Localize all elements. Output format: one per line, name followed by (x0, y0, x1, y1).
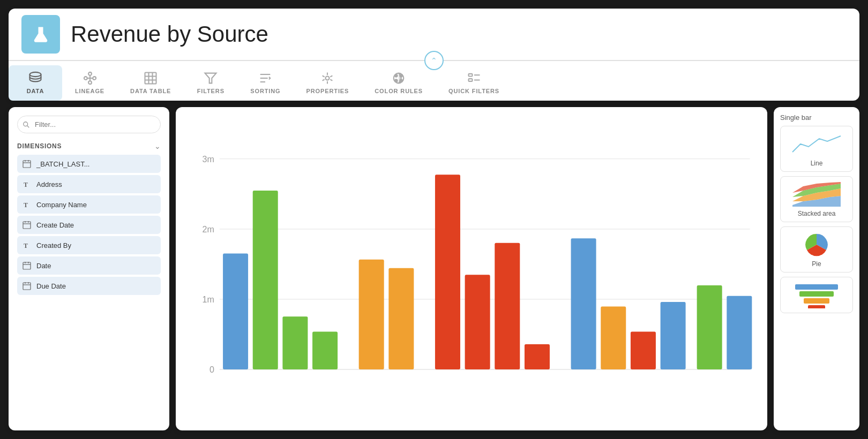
svg-rect-34 (23, 161, 31, 168)
svg-rect-61 (223, 254, 248, 370)
dim-address-label: Address (36, 180, 62, 188)
calendar-icon (23, 261, 31, 270)
dim-item-due-date[interactable]: Due Date (17, 277, 161, 295)
svg-point-0 (30, 72, 41, 77)
svg-point-1 (84, 77, 87, 80)
single-bar-label: Single bar (780, 113, 812, 122)
svg-rect-40 (23, 222, 31, 229)
svg-rect-49 (23, 283, 31, 290)
tab-quick-filters[interactable]: QUICK FILTERS (436, 65, 512, 101)
search-icon (23, 121, 30, 128)
svg-rect-72 (601, 307, 626, 370)
svg-point-4 (88, 81, 92, 84)
svg-point-3 (93, 77, 96, 80)
tab-data[interactable]: DATA (9, 65, 62, 101)
svg-text:3m: 3m (203, 154, 214, 164)
svg-text:1m: 1m (203, 294, 214, 304)
text-icon: T (23, 180, 31, 188)
svg-rect-70 (525, 344, 550, 369)
text-icon: T (23, 200, 31, 209)
chart-area: 3m 2m 1m 0 (176, 107, 767, 430)
text-icon: T (23, 241, 31, 249)
svg-rect-75 (697, 285, 722, 369)
page-title: Revenue by Source (71, 21, 268, 47)
svg-text:2m: 2m (203, 224, 214, 234)
pie-chart-thumbnail (790, 231, 843, 258)
dimensions-label: DIMENSIONS (17, 142, 62, 150)
svg-rect-63 (282, 316, 308, 369)
dim-item-created-by[interactable]: T Created By (17, 236, 161, 254)
dim-item-date[interactable]: Date (17, 256, 161, 275)
svg-point-27 (395, 79, 398, 82)
svg-rect-76 (727, 296, 752, 369)
svg-point-24 (395, 74, 398, 77)
svg-rect-64 (312, 332, 338, 370)
svg-rect-84 (804, 298, 829, 304)
chart-type-line[interactable]: Line (780, 126, 853, 172)
svg-rect-71 (571, 238, 596, 369)
svg-point-16 (326, 77, 330, 80)
flask-icon (31, 25, 50, 44)
svg-rect-69 (495, 243, 520, 369)
svg-rect-29 (468, 79, 472, 81)
svg-rect-66 (388, 268, 414, 369)
svg-rect-65 (359, 260, 384, 369)
bar-chart: 3m 2m 1m 0 (186, 118, 757, 425)
filter-input[interactable] (17, 116, 161, 133)
tab-color-rules-label: COLOR RULES (375, 88, 423, 94)
svg-point-32 (24, 122, 28, 126)
calendar-icon (23, 221, 31, 229)
calendar-icon (23, 160, 31, 168)
tab-color-rules[interactable]: COLOR RULES (362, 65, 436, 101)
svg-line-19 (323, 75, 325, 77)
filter-wrap (17, 116, 161, 133)
svg-line-20 (331, 79, 333, 80)
dim-item-create-date[interactable]: Create Date (17, 216, 161, 234)
left-panel: DIMENSIONS ⌄ _BATCH_LAST... T Address T … (9, 107, 169, 430)
chart-type-stacked-area[interactable]: Stacked area (780, 176, 853, 222)
svg-rect-62 (253, 191, 278, 369)
svg-rect-85 (808, 305, 825, 308)
svg-text:0: 0 (209, 365, 214, 374)
funnel-thumbnail (790, 282, 843, 308)
svg-text:T: T (24, 181, 28, 188)
svg-rect-82 (795, 284, 838, 290)
dim-batch-label: _BATCH_LAST... (36, 160, 89, 168)
svg-point-25 (400, 74, 402, 77)
main-content: DIMENSIONS ⌄ _BATCH_LAST... T Address T … (9, 107, 859, 430)
svg-point-2 (88, 72, 92, 75)
chart-type-pie[interactable]: Pie (780, 226, 853, 273)
dimensions-section-header: DIMENSIONS ⌄ (17, 142, 161, 150)
tab-properties-label: PROPERTIES (306, 88, 349, 94)
dim-company-name-label: Company Name (36, 201, 87, 209)
svg-rect-68 (465, 275, 490, 369)
right-panel: Single bar Line Stacked area (774, 107, 859, 430)
dim-item-address[interactable]: T Address (17, 175, 161, 193)
tab-sorting-label: SORTING (250, 88, 280, 94)
collapse-button[interactable]: ⌃ (424, 51, 444, 70)
dim-item-batch[interactable]: _BATCH_LAST... (17, 155, 161, 173)
tab-properties[interactable]: PROPERTIES (294, 65, 362, 101)
tab-lineage[interactable]: LINEAGE (62, 65, 117, 101)
calendar-icon (23, 282, 31, 290)
svg-text:T: T (24, 201, 28, 209)
tab-sorting[interactable]: SORTING (237, 65, 293, 101)
svg-rect-28 (468, 74, 472, 77)
tab-filters[interactable]: FILTERS (184, 65, 237, 101)
header-icon-box (21, 15, 60, 54)
tab-data-table-label: DATA TABLE (130, 88, 171, 94)
svg-rect-45 (23, 262, 31, 269)
tab-data-table[interactable]: DATA TABLE (117, 65, 184, 101)
svg-rect-7 (145, 73, 156, 84)
dim-date-label: Date (36, 262, 51, 270)
dimensions-chevron[interactable]: ⌄ (154, 142, 161, 150)
dim-created-by-label: Created By (36, 241, 71, 249)
stacked-area-label: Stacked area (798, 210, 836, 217)
dim-item-company-name[interactable]: T Company Name (17, 195, 161, 214)
header-divider: ⌃ (9, 60, 859, 61)
svg-rect-74 (661, 302, 686, 369)
tab-quick-filters-label: QUICK FILTERS (448, 88, 499, 94)
dim-due-date-label: Due Date (36, 282, 66, 290)
svg-line-21 (323, 79, 325, 80)
chart-type-funnel[interactable] (780, 277, 853, 313)
